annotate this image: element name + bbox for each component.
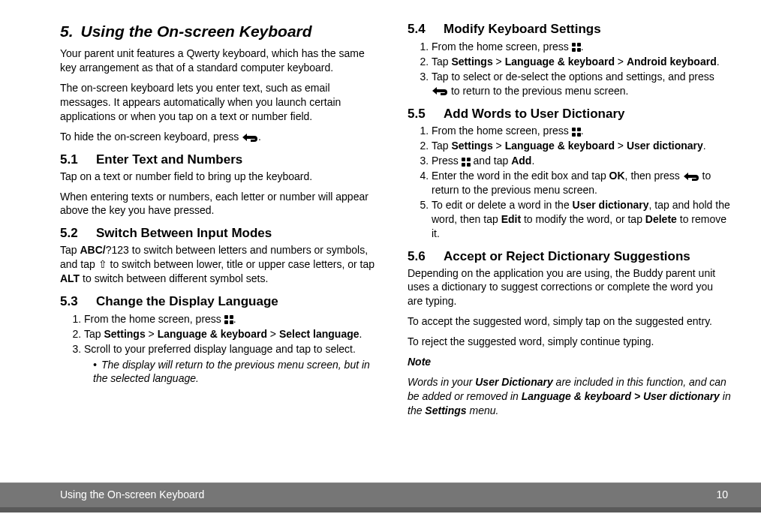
list-item: Tap Settings > Language & keyboard > And… (432, 55, 731, 69)
list-item: Tap to select or de-select the options a… (432, 70, 731, 98)
list-item: Tap Settings > Language & keyboard > Use… (432, 139, 731, 153)
list-item: From the home screen, press . (432, 124, 731, 138)
page-content: 5.Using the On-screen Keyboard Your pare… (0, 0, 761, 422)
menu-icon (572, 128, 581, 137)
list-item: To edit or delete a word in the User dic… (432, 198, 731, 241)
section-5-3-title: 5.3Change the Display Language (60, 293, 384, 311)
list-item: Press and tap Add. (432, 154, 731, 168)
menu-icon (572, 43, 581, 52)
section-5-5-title: 5.5Add Words to User Dictionary (408, 106, 731, 123)
menu-icon (224, 315, 233, 324)
s51-p2: When entering texts or numbers, each let… (60, 190, 384, 218)
list-item: From the home screen, press . (432, 40, 731, 54)
list-item: Tap Settings > Language & keyboard > Sel… (84, 327, 384, 341)
s53-list: From the home screen, press . Tap Settin… (60, 312, 384, 386)
note-body: Words in your User Dictionary are includ… (408, 375, 731, 418)
hide-keyboard-p: To hide the on-screen keyboard, press . (60, 130, 384, 144)
list-item: Enter the word in the edit box and tap O… (432, 169, 731, 197)
back-icon (683, 172, 699, 182)
left-column: 5.Using the On-screen Keyboard Your pare… (60, 21, 384, 422)
s56-p3: To reject the suggested word, simply con… (408, 335, 731, 349)
back-icon (242, 133, 258, 143)
intro-p1: Your parent unit features a Qwerty keybo… (60, 47, 384, 75)
section-5-4-title: 5.4Modify Keyboard Settings (408, 21, 731, 38)
section-5-2-title: 5.2Switch Between Input Modes (60, 225, 384, 242)
right-column: 5.4Modify Keyboard Settings From the hom… (408, 21, 731, 422)
note-heading: Note (408, 355, 731, 369)
s53-sublist: The display will return to the previous … (84, 358, 384, 386)
s55-list: From the home screen, press . Tap Settin… (408, 124, 731, 240)
section-5-1-title: 5.1Enter Text and Numbers (60, 152, 384, 169)
page-footer: Using the On-screen Keyboard 10 (0, 482, 761, 512)
s56-p1: Depending on the application you are usi… (408, 266, 731, 309)
footer-title: Using the On-screen Keyboard (60, 488, 204, 500)
back-icon (432, 86, 448, 96)
menu-icon (462, 158, 471, 167)
s56-p2: To accept the suggested word, simply tap… (408, 314, 731, 329)
list-item: The display will return to the previous … (93, 358, 384, 386)
s52-body: Tap ABC/?123 to switch between letters a… (60, 243, 384, 286)
section-5-title: 5.Using the On-screen Keyboard (60, 21, 384, 42)
section-5-6-title: 5.6Accept or Reject Dictionary Suggestio… (408, 248, 731, 266)
list-item: From the home screen, press . (84, 312, 384, 326)
s51-p1: Tap on a text or number field to bring u… (60, 170, 384, 184)
page-number: 10 (716, 488, 728, 500)
intro-p2: The on-screen keyboard lets you enter te… (60, 81, 384, 124)
list-item: Scroll to your preferred display languag… (84, 342, 384, 386)
s54-list: From the home screen, press . Tap Settin… (408, 40, 731, 98)
